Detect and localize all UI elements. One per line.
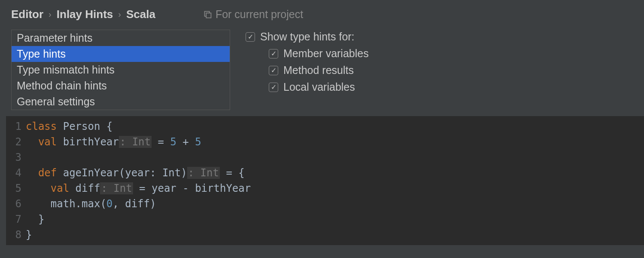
code-line: 8} — [6, 227, 644, 243]
code-line: 1class Person { — [6, 119, 644, 134]
checkmark-icon: ✓ — [269, 49, 278, 58]
code-line: 2 val birthYear: Int = 5 + 5 — [6, 134, 644, 150]
code-line: 4 def ageInYear(year: Int): Int = { — [6, 165, 644, 181]
checkbox-local-variables[interactable]: ✓ Local variables — [269, 81, 369, 93]
code-line: 3 — [6, 150, 644, 165]
options-panel: ✓ Show type hints for: ✓ Member variable… — [246, 30, 369, 110]
checkmark-icon: ✓ — [269, 66, 278, 75]
scope-label: For current project — [204, 8, 303, 21]
option-label: Local variables — [283, 81, 355, 93]
gutter-line-number: 6 — [6, 196, 26, 212]
checkbox-member-variables[interactable]: ✓ Member variables — [269, 47, 369, 60]
list-item-type-mismatch-hints[interactable]: Type mismatch hints — [12, 62, 230, 78]
checkbox-method-results[interactable]: ✓ Method results — [269, 64, 369, 77]
gutter-line-number: 8 — [6, 227, 26, 243]
gutter-line-number: 3 — [6, 150, 26, 165]
checkmark-icon: ✓ — [269, 83, 278, 92]
breadcrumb-item-inlay-hints[interactable]: Inlay Hints — [57, 8, 113, 21]
code-content: def ageInYear(year: Int): Int = { — [26, 165, 245, 181]
gutter-line-number: 5 — [6, 181, 26, 196]
hint-category-list: Parameter hints Type hints Type mismatch… — [11, 30, 230, 110]
gutter-line-number: 2 — [6, 134, 26, 150]
code-line: 7 } — [6, 212, 644, 227]
gutter-line-number: 7 — [6, 212, 26, 227]
code-content: } — [26, 227, 32, 243]
option-label: Show type hints for: — [260, 31, 355, 43]
svg-rect-1 — [206, 13, 211, 18]
list-item-parameter-hints[interactable]: Parameter hints — [12, 30, 230, 46]
code-line: 6 math.max(0, diff) — [6, 196, 644, 212]
code-content: } — [26, 212, 44, 227]
code-content: math.max(0, diff) — [26, 196, 156, 212]
list-item-type-hints[interactable]: Type hints — [12, 46, 230, 62]
option-label: Member variables — [283, 47, 369, 60]
gutter-line-number: 1 — [6, 119, 26, 134]
breadcrumb-item-editor[interactable]: Editor — [11, 8, 43, 21]
gutter-line-number: 4 — [6, 165, 26, 181]
breadcrumb: Editor › Inlay Hints › Scala For current… — [0, 8, 644, 21]
scope-text: For current project — [216, 8, 303, 21]
chevron-right-icon: › — [118, 9, 121, 19]
breadcrumb-item-scala[interactable]: Scala — [126, 8, 155, 21]
code-content: val birthYear: Int = 5 + 5 — [26, 134, 201, 150]
code-preview: 1class Person {2 val birthYear: Int = 5 … — [6, 116, 644, 245]
option-label: Method results — [283, 64, 354, 77]
project-scope-icon — [204, 10, 212, 19]
checkbox-show-type-hints[interactable]: ✓ Show type hints for: — [246, 31, 369, 43]
checkmark-icon: ✓ — [246, 32, 255, 42]
chevron-right-icon: › — [49, 9, 52, 19]
list-item-method-chain-hints[interactable]: Method chain hints — [12, 78, 230, 94]
code-line: 5 val diff: Int = year - birthYear — [6, 181, 644, 196]
list-item-general-settings[interactable]: General settings — [12, 94, 230, 110]
code-content: val diff: Int = year - birthYear — [26, 181, 251, 196]
code-content: class Person { — [26, 119, 112, 134]
